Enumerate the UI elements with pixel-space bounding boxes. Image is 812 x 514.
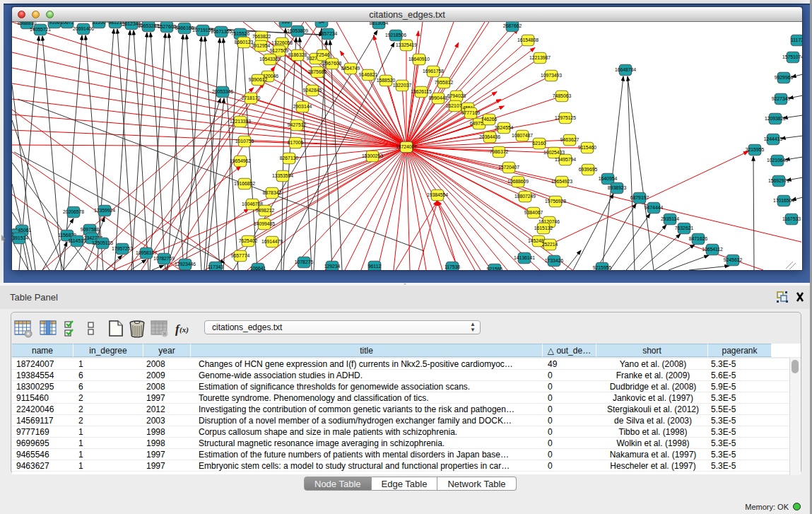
svg-text:9127509: 9127509 bbox=[270, 48, 289, 53]
svg-text:10672: 10672 bbox=[61, 22, 74, 25]
svg-text:84: 84 bbox=[319, 22, 324, 24]
svg-text:19654923: 19654923 bbox=[551, 179, 572, 184]
svg-text:10958107: 10958107 bbox=[136, 250, 157, 255]
svg-text:15692971: 15692971 bbox=[768, 178, 789, 183]
svg-text:3912954: 3912954 bbox=[252, 43, 271, 48]
svg-text:106641: 106641 bbox=[250, 266, 266, 270]
svg-text:9657774: 9657774 bbox=[231, 253, 250, 258]
svg-text:13325419: 13325419 bbox=[396, 42, 417, 47]
svg-text:16671355: 16671355 bbox=[211, 29, 232, 34]
svg-text:9777169: 9777169 bbox=[461, 110, 481, 115]
svg-text:8267130: 8267130 bbox=[280, 156, 299, 160]
svg-text:8186328: 8186328 bbox=[288, 52, 307, 57]
svg-text:16961758: 16961758 bbox=[423, 69, 444, 74]
svg-text:1733426: 1733426 bbox=[545, 258, 564, 263]
svg-text:98121: 98121 bbox=[109, 22, 122, 25]
svg-text:9427512: 9427512 bbox=[288, 122, 307, 127]
svg-text:746266: 746266 bbox=[481, 117, 498, 122]
svg-text:2967608: 2967608 bbox=[323, 61, 342, 66]
svg-text:9498212: 9498212 bbox=[256, 208, 275, 213]
svg-text:1391534: 1391534 bbox=[12, 235, 28, 240]
svg-text:96112: 96112 bbox=[368, 264, 382, 269]
svg-text:1615132: 1615132 bbox=[534, 226, 553, 230]
svg-text:12923446: 12923446 bbox=[175, 262, 196, 267]
svg-text:8454749: 8454749 bbox=[341, 66, 360, 71]
svg-text:2935114: 2935114 bbox=[661, 216, 679, 221]
svg-text:62160: 62160 bbox=[533, 141, 546, 146]
svg-text:817006: 817006 bbox=[288, 140, 304, 145]
svg-text:10653287: 10653287 bbox=[138, 23, 159, 28]
svg-text:252214: 252214 bbox=[542, 242, 558, 247]
svg-text:921595: 921595 bbox=[487, 267, 503, 270]
svg-text:12213313: 12213313 bbox=[230, 119, 251, 124]
svg-text:6794028: 6794028 bbox=[447, 93, 466, 98]
svg-text:3875685: 3875685 bbox=[308, 69, 327, 74]
svg-text:(x): (x) bbox=[180, 325, 189, 334]
svg-text:7632621: 7632621 bbox=[675, 226, 694, 230]
svg-text:9390612: 9390612 bbox=[249, 77, 268, 82]
svg-text:117538: 117538 bbox=[445, 264, 460, 269]
svg-text:9146821: 9146821 bbox=[359, 72, 378, 77]
svg-text:7986372: 7986372 bbox=[490, 149, 509, 154]
svg-text:8813054: 8813054 bbox=[370, 22, 389, 25]
svg-text:1527602: 1527602 bbox=[158, 24, 177, 29]
svg-text:2687662: 2687662 bbox=[503, 23, 522, 28]
svg-text:20691406: 20691406 bbox=[73, 26, 94, 31]
svg-text:129234: 129234 bbox=[324, 264, 341, 269]
svg-text:20206578: 20206578 bbox=[63, 209, 84, 214]
svg-text:12975125: 12975125 bbox=[555, 115, 576, 120]
svg-text:19384554: 19384554 bbox=[427, 192, 448, 197]
svg-text:12213987: 12213987 bbox=[529, 55, 551, 60]
svg-text:18724007: 18724007 bbox=[396, 144, 417, 149]
svg-text:7485063: 7485063 bbox=[553, 93, 572, 98]
svg-text:12093822: 12093822 bbox=[765, 116, 786, 121]
svg-text:9106: 9106 bbox=[49, 22, 59, 25]
svg-text:7625402: 7625402 bbox=[239, 238, 258, 243]
svg-text:9474444: 9474444 bbox=[645, 205, 664, 210]
svg-text:16648784: 16648784 bbox=[615, 67, 636, 72]
svg-text:10973493: 10973493 bbox=[541, 73, 562, 78]
svg-text:1078275: 1078275 bbox=[295, 259, 314, 264]
svg-text:17016504: 17016504 bbox=[773, 198, 794, 203]
svg-text:166: 166 bbox=[281, 22, 290, 24]
svg-text:18807249: 18807249 bbox=[514, 194, 536, 199]
svg-text:7857234: 7857234 bbox=[319, 31, 338, 36]
svg-text:19166852: 19166852 bbox=[234, 181, 255, 186]
svg-text:14055721: 14055721 bbox=[30, 27, 51, 32]
svg-text:1010755: 1010755 bbox=[235, 139, 254, 144]
svg-text:20053346: 20053346 bbox=[212, 89, 233, 94]
svg-text:3624554: 3624554 bbox=[495, 125, 514, 130]
svg-text:3215955: 3215955 bbox=[746, 147, 765, 152]
svg-text:15720407: 15720407 bbox=[498, 165, 519, 170]
svg-text:12505135: 12505135 bbox=[92, 240, 113, 245]
svg-text:72546: 72546 bbox=[317, 52, 330, 57]
svg-text:10543362: 10543362 bbox=[259, 57, 281, 62]
svg-text:19218506: 19218506 bbox=[385, 33, 406, 37]
svg-text:14136141: 14136141 bbox=[514, 255, 535, 260]
svg-text:1167533: 1167533 bbox=[782, 216, 801, 221]
svg-text:7663822: 7663822 bbox=[252, 34, 271, 39]
svg-text:6466160: 6466160 bbox=[175, 25, 194, 30]
svg-text:1322037: 1322037 bbox=[393, 83, 412, 88]
svg-text:8878342: 8878342 bbox=[263, 190, 282, 195]
svg-text:15751074: 15751074 bbox=[782, 54, 802, 59]
svg-text:1114519: 1114519 bbox=[68, 238, 86, 243]
svg-text:10654112: 10654112 bbox=[702, 247, 723, 252]
svg-text:9097588: 9097588 bbox=[81, 227, 100, 232]
svg-text:13353594: 13353594 bbox=[272, 173, 293, 178]
svg-text:19654962: 19654962 bbox=[230, 158, 251, 163]
svg-text:11173: 11173 bbox=[791, 37, 802, 42]
svg-text:6879197: 6879197 bbox=[630, 195, 649, 200]
svg-text:9384067: 9384067 bbox=[524, 210, 543, 215]
svg-text:13226058: 13226058 bbox=[271, 40, 293, 45]
svg-text:15300253: 15300253 bbox=[362, 153, 383, 158]
svg-text:8660123: 8660123 bbox=[235, 40, 254, 45]
svg-text:7515526: 7515526 bbox=[231, 31, 250, 36]
svg-text:9245612: 9245612 bbox=[724, 257, 743, 262]
svg-text:9227349: 9227349 bbox=[772, 96, 791, 101]
svg-text:9929966: 9929966 bbox=[775, 75, 794, 80]
svg-text:1588520: 1588520 bbox=[377, 78, 396, 83]
svg-text:9115460: 9115460 bbox=[578, 145, 596, 150]
svg-text:18640910: 18640910 bbox=[408, 57, 430, 62]
svg-text:20364436: 20364436 bbox=[479, 134, 500, 139]
